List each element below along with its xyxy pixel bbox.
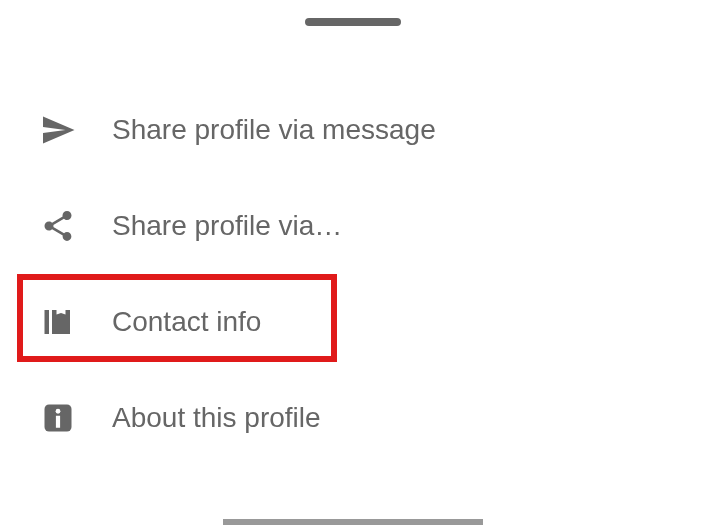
menu-item-label: Contact info [112,306,261,338]
send-icon [40,112,76,148]
menu-item-label: About this profile [112,402,321,434]
about-profile-item[interactable]: About this profile [0,370,705,466]
menu-item-label: Share profile via message [112,114,436,146]
info-icon [40,400,76,436]
share-via-item[interactable]: Share profile via… [0,178,705,274]
profile-actions-menu: Share profile via message Share profile … [0,82,705,466]
svg-rect-2 [56,416,60,428]
menu-item-label: Share profile via… [112,210,342,242]
share-via-message-item[interactable]: Share profile via message [0,82,705,178]
drag-handle[interactable] [305,18,401,26]
home-indicator[interactable] [223,519,483,525]
share-icon [40,208,76,244]
contact-info-item[interactable]: Contact info [0,274,705,370]
svg-point-1 [56,409,61,414]
contact-icon [40,304,76,340]
